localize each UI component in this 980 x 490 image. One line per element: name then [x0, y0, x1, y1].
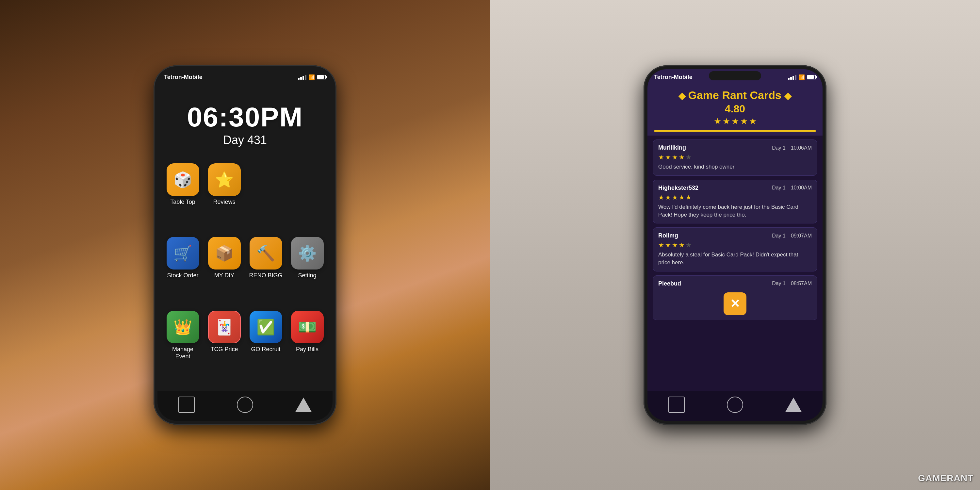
right-phone: Tetron-Mobile 📶 ◆ [644, 65, 826, 425]
app-gorecruit[interactable]: ✅ GO Recruit [248, 311, 283, 385]
triangle-button-left[interactable] [295, 398, 312, 412]
tcgprice-label: TCG Price [210, 346, 238, 353]
app-reviews[interactable]: ⭐ Reviews [207, 163, 242, 230]
stockorder-icon: 🛒 [167, 237, 199, 269]
signal-icon-left [298, 75, 306, 80]
reviews-title: ◆ Game Rant Cards ◆ [654, 89, 816, 102]
square-button-left[interactable] [178, 396, 195, 413]
gorecruit-icon: ✅ [250, 311, 282, 343]
right-bottom-bar [648, 391, 822, 421]
status-icons-right: 📶 [788, 74, 816, 80]
setting-icon: ⚙️ [291, 237, 324, 269]
review-day-2: Day 1 [772, 185, 786, 191]
review-card-4: Pieebud Day 1 08:57AM ✕ [653, 275, 817, 320]
review-day-1: Day 1 [772, 145, 786, 151]
app-tcgprice[interactable]: 🃏 TCG Price [207, 311, 242, 385]
homescreen-time: 06:30PM Day 431 [158, 84, 332, 157]
triangle-button-right[interactable] [785, 398, 802, 412]
reviewer-name-1: Murillking [658, 145, 686, 151]
review-stars-2: ★ ★ ★ ★ ★ [658, 193, 812, 201]
reviews-header: ◆ Game Rant Cards ◆ 4.80 ★ ★ ★ ★ ★ [648, 84, 822, 135]
review-text-1: Good service, kind shop owner. [658, 163, 812, 171]
review-text-2: Wow I'd definitely come back here just f… [658, 203, 812, 219]
left-background: Tetron-Mobile 📶 06:30PM [0, 0, 490, 490]
reviewer-name-2: Highekster532 [658, 185, 698, 191]
paybills-icon: 💵 [291, 311, 324, 343]
manageevent-icon: 👑 [167, 311, 199, 343]
reviewer-name-4: Pieebud [658, 280, 681, 287]
stockorder-label: Stock Order [167, 272, 198, 279]
manageevent-label: Manage Event [165, 346, 200, 360]
review-meta-4: Day 1 08:57AM [772, 281, 812, 286]
diamond-left: ◆ [678, 91, 688, 101]
time-display: 06:30PM [158, 103, 332, 130]
carrier-right: Tetron-Mobile [654, 74, 692, 81]
reviews-divider [654, 130, 816, 132]
review-header-1: Murillking Day 1 10:06AM [658, 145, 812, 151]
tabletop-label: Table Top [170, 199, 195, 206]
reviews-icon: ⭐ [208, 163, 241, 196]
app-manageevent[interactable]: 👑 Manage Event [165, 311, 200, 385]
wifi-icon-right: 📶 [799, 74, 805, 80]
diamond-right: ◆ [784, 91, 792, 101]
review-time-4: 08:57AM [791, 281, 812, 286]
review-meta-1: Day 1 10:06AM [772, 145, 812, 151]
rating-number: 4.80 [654, 103, 816, 115]
review-card-3: Rolimg Day 1 09:07AM ★ ★ ★ ★ ★ Absolutel… [653, 228, 817, 272]
mydiy-label: MY DIY [214, 272, 235, 279]
reviews-label: Reviews [213, 199, 235, 206]
day-display: Day 431 [158, 133, 332, 147]
app-paybills[interactable]: 💵 Pay Bills [290, 311, 325, 385]
paybills-label: Pay Bills [296, 346, 318, 353]
left-phone: Tetron-Mobile 📶 06:30PM [154, 65, 336, 425]
signal-icon-right [788, 75, 796, 80]
circle-button-left[interactable] [237, 396, 253, 413]
reviewer-name-3: Rolimg [658, 232, 678, 239]
review-card-1: Murillking Day 1 10:06AM ★ ★ ★ ★ ★ Good … [653, 140, 817, 176]
app-renobigg[interactable]: 🔨 RENO BIGG [248, 237, 283, 304]
review-time-3: 09:07AM [791, 233, 812, 239]
phone-notch [219, 71, 271, 80]
app-stock-order[interactable]: 🛒 Stock Order [165, 237, 200, 304]
review-meta-3: Day 1 09:07AM [772, 233, 812, 239]
wifi-icon-left: 📶 [309, 74, 315, 80]
app-mydiy[interactable]: 📦 MY DIY [207, 237, 242, 304]
left-bottom-bar [158, 391, 332, 421]
right-phone-screen: Tetron-Mobile 📶 ◆ [648, 69, 822, 421]
review-header-3: Rolimg Day 1 09:07AM [658, 232, 812, 239]
right-background: Tetron-Mobile 📶 ◆ [490, 0, 980, 490]
carrier-left: Tetron-Mobile [164, 74, 202, 81]
circle-button-right[interactable] [727, 396, 743, 413]
reviews-list: Murillking Day 1 10:06AM ★ ★ ★ ★ ★ Good … [648, 135, 822, 391]
review-header-4: Pieebud Day 1 08:57AM [658, 280, 812, 287]
renobigg-icon: 🔨 [250, 237, 282, 269]
review-time-1: 10:06AM [791, 145, 812, 151]
close-btn-container: ✕ [658, 289, 812, 317]
review-card-2: Highekster532 Day 1 10:00AM ★ ★ ★ ★ ★ Wo… [653, 180, 817, 224]
phone-notch-right [709, 71, 761, 80]
review-header-2: Highekster532 Day 1 10:00AM [658, 185, 812, 191]
review-day-4: Day 1 [772, 281, 786, 286]
gamerant-watermark: GAMERANT [918, 473, 974, 484]
square-button-right[interactable] [668, 396, 685, 413]
status-icons-left: 📶 [298, 74, 326, 80]
tcgprice-icon: 🃏 [208, 311, 241, 343]
renobigg-label: RENO BIGG [249, 272, 282, 279]
battery-icon-right [807, 75, 816, 80]
review-meta-2: Day 1 10:00AM [772, 185, 812, 191]
close-button[interactable]: ✕ [724, 293, 746, 315]
battery-icon-left [317, 75, 326, 80]
app-grid: 🎲 Table Top ⭐ Reviews 🛒 Stock Order 📦 MY… [158, 157, 332, 391]
rating-stars: ★ ★ ★ ★ ★ [654, 116, 816, 126]
review-stars-1: ★ ★ ★ ★ ★ [658, 153, 812, 161]
setting-label: Setting [298, 272, 316, 279]
review-time-2: 10:00AM [791, 185, 812, 191]
mydiy-icon: 📦 [208, 237, 241, 269]
tabletop-icon: 🎲 [167, 163, 199, 196]
review-stars-3: ★ ★ ★ ★ ★ [658, 241, 812, 249]
left-phone-screen: Tetron-Mobile 📶 06:30PM [158, 69, 332, 421]
review-text-3: Absolutely a steal for Basic Card Pack! … [658, 251, 812, 267]
app-setting[interactable]: ⚙️ Setting [290, 237, 325, 304]
review-day-3: Day 1 [772, 233, 786, 239]
app-tabletop[interactable]: 🎲 Table Top [165, 163, 200, 230]
